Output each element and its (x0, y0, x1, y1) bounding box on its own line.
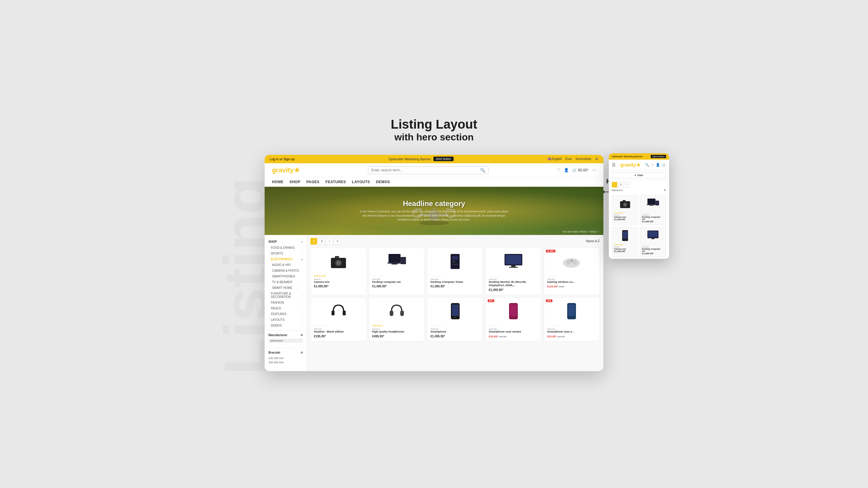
product-stars: ☆☆☆☆☆ (489, 274, 538, 278)
page-2-button[interactable]: 2 (318, 238, 325, 245)
nav-shop[interactable]: SHOP (289, 180, 300, 184)
manufacturer-tag[interactable]: electronics (268, 338, 303, 343)
mobile-filter-button[interactable]: ≡ Filter (612, 172, 666, 178)
mobile-product-stars: ★★★★★ (614, 244, 636, 246)
page-next-button[interactable]: › (326, 238, 333, 245)
product-image (430, 251, 479, 272)
search-icon[interactable]: 🔍 (480, 168, 485, 173)
mobile-cart-icon[interactable]: 🛒 (662, 163, 666, 167)
sidebar-item-audio[interactable]: AUDIO & HIFI (265, 262, 307, 268)
svg-rect-23 (509, 267, 518, 268)
filter-icon: ≡ (634, 174, 636, 177)
sidebar-item-food[interactable]: FOOD & DRINKS › (265, 245, 307, 251)
sidebar-item-smartphones[interactable]: SMARTPHONES (265, 273, 307, 279)
sidebar-item-smarthome[interactable]: SMART HOME (265, 285, 307, 291)
mobile-search-icon[interactable]: 🔍 (645, 163, 649, 167)
mobile-logo[interactable]: gravity★ (620, 162, 640, 168)
product-card-gaming-controller[interactable]: 10.36% ☆☆☆☆☆ SW1020 Gaming wireless co..… (544, 248, 599, 295)
svg-point-10 (336, 261, 341, 265)
bracelet-option-2[interactable]: 150-200 mm (268, 360, 303, 364)
nav-pages[interactable]: PAGES (306, 180, 319, 184)
product-card-camera-one[interactable]: ★★★★★ SW101 Camera one €1,495.95* (310, 248, 366, 295)
cart-button[interactable]: 🛒 €0.00* (572, 168, 589, 172)
topbar-test-button[interactable]: Jetzt testen (433, 157, 454, 161)
mobile-product-card-1[interactable]: ★★★★★ SW101 Camera one €1,495.95* (612, 195, 638, 225)
page-last-button[interactable]: » (334, 238, 341, 245)
mobile-page-2[interactable]: 2 (618, 182, 624, 187)
mobile-sort-label[interactable]: Name A-Z (612, 189, 623, 192)
sidebar-shop-header[interactable]: SHOP ▲ (265, 238, 307, 245)
product-price: €1,495.95* (314, 285, 363, 288)
manufacturer-filter-clear[interactable]: ✕ (301, 333, 303, 337)
mobile-wishlist-icon[interactable]: ♡ (651, 163, 654, 167)
product-name: Desktop computer set (372, 281, 421, 284)
cart-amount: €0.00* (578, 168, 589, 172)
sidebar-item-electronics[interactable]: ELECTRONICS ▲ (265, 256, 307, 262)
chevron-right-icon: › (302, 307, 303, 310)
pagination-top: 1 2 › » (310, 238, 341, 245)
page-1-button[interactable]: 1 (310, 238, 317, 245)
product-card-headset-black[interactable]: ☆☆☆☆☆ SW1010 Headset - Black edition €19… (310, 297, 366, 341)
mobile-page-next[interactable]: › (624, 182, 630, 187)
svg-rect-28 (571, 259, 572, 262)
svg-rect-12 (389, 254, 401, 262)
topbar-login[interactable]: Log in or Sign up (270, 157, 294, 161)
svg-rect-37 (510, 304, 517, 316)
close-icon[interactable]: ✕ (595, 157, 598, 161)
nav-demos[interactable]: DEMOS (376, 180, 390, 184)
product-card-desktop-set[interactable]: ☆☆☆☆☆ SW1060 Desktop computer set €1,495… (369, 248, 425, 295)
product-stars: ☆☆☆☆☆ (547, 274, 596, 278)
product-card-headphones[interactable]: ★★★★☆ SW1011 High quality headphones €49… (369, 297, 425, 341)
account-icon[interactable]: 👤 (564, 168, 569, 172)
wishlist-icon[interactable]: ♡ (557, 168, 560, 172)
svg-rect-43 (623, 200, 625, 201)
service-link[interactable]: Servicehelp (575, 157, 591, 161)
site-logo[interactable]: gravity★ (272, 166, 300, 174)
sidebar-item-fashion[interactable]: FASHION › (265, 300, 307, 305)
bracelet-filter-clear[interactable]: ✕ (301, 351, 303, 354)
product-card-smartphone-case-1[interactable]: 25% ☆☆☆☆☆ SW1031 Smartphone case variant… (486, 297, 541, 341)
hero-section: Headline category In the Theme Customize… (265, 187, 603, 235)
product-card-desktop-monitor[interactable]: ☆☆☆☆☆ SW1041 Desktop Monitor 4k Ultra-HD… (486, 248, 541, 295)
product-image (430, 301, 479, 322)
currency-selector[interactable]: Euro (565, 157, 572, 161)
mobile-hamburger-icon[interactable]: ☰ (612, 162, 616, 167)
mobile-product-card-4[interactable]: ☆☆☆☆☆ SW1060 Desktop computer set €1,495… (640, 227, 666, 257)
product-image (547, 251, 596, 272)
search-input[interactable] (371, 168, 480, 172)
sidebar-item-demos[interactable]: DEMOS › (265, 323, 307, 328)
product-card-smartphone-case-2[interactable]: 25% ☆☆☆☆☆ SW1032 Smartphone case v... €1… (544, 297, 599, 341)
product-card-smartphone[interactable]: ☆☆☆☆☆ SW1030 Smartphone €1,495.95* (427, 297, 483, 341)
header-actions: ♡ 👤 🛒 €0.00* ⋯ (557, 168, 596, 172)
chevron-down-icon: ▲ (301, 258, 303, 261)
sidebar-item-furniture[interactable]: FURNITURE & DECORATION › (265, 291, 307, 300)
hero-title: Headline category (359, 199, 509, 208)
sidebar-item-features[interactable]: FEATURES › (265, 311, 307, 317)
filter-label: Filter (638, 174, 644, 177)
sidebar-item-pages[interactable]: PAGES › (265, 305, 307, 311)
language-selector[interactable]: 🇬🇧 English (548, 157, 562, 161)
nav-layouts[interactable]: LAYOUTS (352, 180, 370, 184)
nav-features[interactable]: FEATURES (326, 180, 346, 184)
more-icon[interactable]: ⋯ (592, 168, 596, 172)
mobile-product-card-2[interactable]: ☆☆☆☆☆ SW1060 Desktop computer set €1,495… (640, 195, 666, 225)
product-name: Smartphone case v... (547, 330, 596, 334)
product-card-desktop-tower[interactable]: ☆☆☆☆☆ SW1040 Desktop Computer Tower €1,4… (427, 248, 483, 295)
bracelet-option-1[interactable]: 130-180 mm (268, 356, 303, 360)
svg-point-42 (624, 203, 626, 206)
mobile-page-1[interactable]: 1 (612, 182, 617, 187)
sidebar-item-tv[interactable]: TV & BEAMER › (265, 279, 307, 285)
sidebar-item-camera[interactable]: CAMERA & PHOTO (265, 268, 307, 273)
svg-rect-17 (452, 256, 458, 260)
mobile-sort-chevron[interactable]: ▼ (664, 189, 666, 192)
nav-home[interactable]: HOME (272, 180, 283, 184)
mobile-product-card-3[interactable]: ★★★★★ SW101 Camera one €1,495.95* (612, 227, 638, 257)
sidebar-item-sports[interactable]: SPORTS › (265, 251, 307, 256)
sort-selector[interactable]: Name A-Z (586, 239, 600, 243)
mobile-account-icon[interactable]: 👤 (656, 163, 660, 167)
svg-rect-53 (652, 238, 655, 239)
mobile-test-button[interactable]: Jetzt testen (651, 155, 666, 158)
mobile-marketing-text: Optionaler Marketing Banner (612, 155, 643, 158)
mobile-product-stars: ☆☆☆☆☆ (642, 244, 664, 246)
sidebar-item-layouts[interactable]: LAYOUTS › (265, 317, 307, 323)
